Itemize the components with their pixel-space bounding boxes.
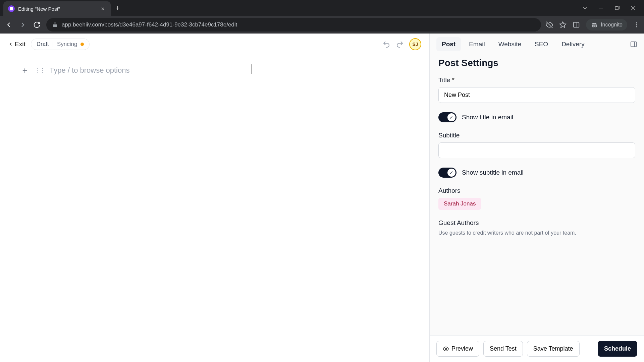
browser-tab-bar: Editing "New Post" × +	[0, 0, 644, 16]
eye-icon	[443, 346, 449, 352]
redo-button[interactable]	[396, 40, 404, 48]
draft-status: Draft	[37, 41, 49, 48]
editor-placeholder: Type / to browse options	[50, 66, 409, 75]
maximize-icon[interactable]	[613, 4, 621, 12]
status-pill: Draft | Syncing	[31, 39, 90, 50]
undo-button[interactable]	[382, 40, 390, 48]
tab-website[interactable]: Website	[493, 37, 527, 51]
author-chip[interactable]: Sarah Jonas	[438, 198, 481, 210]
close-window-icon[interactable]	[629, 4, 637, 12]
title-label: Title *	[438, 76, 635, 84]
authors-label: Authors	[438, 187, 635, 194]
sidebar-tabs: Post Email Website SEO Delivery	[430, 34, 644, 55]
exit-label: Exit	[15, 41, 25, 48]
show-title-label: Show title in email	[462, 114, 513, 121]
incognito-icon	[591, 21, 598, 28]
svg-rect-6	[574, 22, 579, 27]
back-button[interactable]	[4, 20, 13, 29]
eye-off-icon[interactable]	[546, 21, 553, 28]
incognito-indicator[interactable]: Incognito	[586, 19, 627, 31]
editor-header: Exit Draft | Syncing SJ	[0, 34, 429, 55]
title-input[interactable]	[438, 87, 635, 103]
svg-marker-5	[560, 22, 566, 27]
chevron-down-icon[interactable]	[581, 4, 589, 12]
chevron-left-icon	[8, 42, 13, 47]
collapse-sidebar-icon[interactable]	[630, 41, 637, 48]
close-tab-icon[interactable]: ×	[100, 5, 106, 12]
guest-authors-help: Use guests to credit writers who are not…	[438, 230, 635, 236]
sync-status: Syncing	[57, 41, 77, 48]
minimize-icon[interactable]	[597, 4, 605, 12]
lock-icon	[52, 22, 58, 27]
svg-point-15	[445, 348, 447, 350]
subtitle-label: Subtitle	[438, 132, 635, 139]
svg-point-9	[595, 25, 597, 27]
show-subtitle-toggle[interactable]: ✓	[438, 168, 457, 178]
save-template-button[interactable]: Save Template	[527, 341, 580, 357]
svg-rect-13	[631, 42, 637, 47]
schedule-button[interactable]: Schedule	[598, 341, 637, 357]
guest-authors-label: Guest Authors	[438, 219, 635, 227]
window-controls	[581, 4, 644, 12]
svg-point-11	[636, 24, 637, 25]
kebab-menu-icon[interactable]	[633, 21, 640, 28]
svg-point-10	[636, 22, 637, 23]
add-block-button[interactable]: +	[20, 66, 30, 75]
url-text: app.beehiiv.com/posts/d3e46a97-f642-4d91…	[62, 21, 237, 28]
forward-button[interactable]	[18, 20, 28, 29]
svg-point-12	[636, 26, 637, 27]
editor-body[interactable]: + ⋮⋮ Type / to browse options	[0, 55, 429, 362]
reload-button[interactable]	[32, 20, 42, 29]
url-input[interactable]: app.beehiiv.com/posts/d3e46a97-f642-4d91…	[46, 18, 541, 32]
check-icon: ✓	[447, 169, 455, 177]
check-icon: ✓	[447, 113, 455, 121]
sync-dot-icon	[80, 43, 84, 46]
browser-tab[interactable]: Editing "New Post" ×	[3, 1, 111, 16]
drag-handle-icon[interactable]: ⋮⋮	[34, 67, 45, 74]
text-cursor	[252, 64, 252, 74]
subtitle-input[interactable]	[438, 142, 635, 158]
exit-button[interactable]: Exit	[8, 41, 25, 48]
preview-button[interactable]: Preview	[436, 341, 479, 357]
address-bar: app.beehiiv.com/posts/d3e46a97-f642-4d91…	[0, 16, 644, 34]
incognito-label: Incognito	[601, 22, 623, 28]
tab-title: Editing "New Post"	[18, 6, 96, 12]
user-avatar[interactable]: SJ	[409, 38, 421, 50]
settings-sidebar: Post Email Website SEO Delivery Post Set…	[429, 34, 644, 362]
svg-point-8	[592, 25, 594, 27]
show-title-toggle[interactable]: ✓	[438, 112, 457, 122]
show-subtitle-label: Show subtitle in email	[462, 169, 524, 176]
tab-seo[interactable]: SEO	[529, 37, 553, 51]
site-favicon	[8, 5, 15, 12]
tab-email[interactable]: Email	[464, 37, 490, 51]
new-tab-button[interactable]: +	[115, 4, 120, 12]
star-icon[interactable]	[559, 21, 567, 28]
tab-post[interactable]: Post	[436, 37, 461, 51]
svg-rect-1	[615, 7, 618, 10]
tab-delivery[interactable]: Delivery	[556, 37, 590, 51]
panel-icon[interactable]	[573, 21, 580, 28]
editor-pane: Exit Draft | Syncing SJ + ⋮⋮ Type / to b…	[0, 34, 429, 362]
settings-heading: Post Settings	[438, 58, 635, 68]
footer-actions: Preview Send Test Save Template Schedule	[430, 335, 644, 362]
send-test-button[interactable]: Send Test	[483, 341, 523, 357]
